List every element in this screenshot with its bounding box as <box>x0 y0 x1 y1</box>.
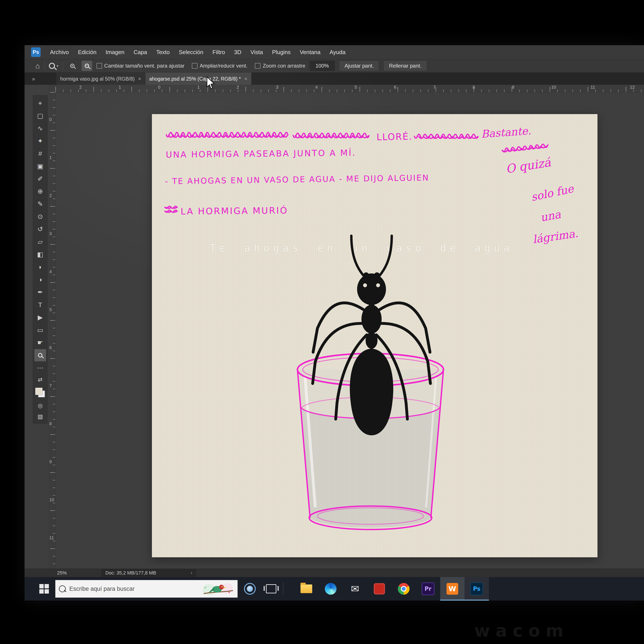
healing-brush-tool[interactable]: ⊕ <box>34 185 46 198</box>
blur-tool[interactable]: ◗ <box>34 261 46 273</box>
menu-item[interactable]: Plugins <box>267 45 295 59</box>
file-explorer-icon <box>300 584 312 593</box>
menu-item[interactable]: Capa <box>129 45 152 59</box>
menu-item[interactable]: Vista <box>246 45 267 59</box>
search-highlight-bird-image[interactable] <box>201 581 234 597</box>
menu-item[interactable]: Ventana <box>295 45 325 59</box>
eyedropper-tool[interactable]: ✐ <box>34 173 46 185</box>
search-input[interactable] <box>69 585 198 593</box>
tab-hormiga-vaso[interactable]: hormiga vaso.jpg al 50% (RGB/8) × <box>56 73 145 85</box>
path-selection-tool[interactable]: ▶ <box>34 311 46 324</box>
scrubby-zoom-checkbox[interactable]: Zoom con arrastre <box>255 63 305 69</box>
rectangle-tool[interactable]: ▭ <box>34 324 46 336</box>
brush-tool[interactable]: ✎ <box>34 198 46 210</box>
tab-close-icon[interactable]: × <box>244 76 247 82</box>
tab-close-icon[interactable]: × <box>138 76 141 82</box>
status-chevron-icon[interactable]: › <box>191 570 192 576</box>
current-tool-zoom-preview[interactable]: ▾ <box>49 63 58 69</box>
menu-item[interactable]: Ayuda <box>325 45 350 59</box>
checkbox-box[interactable] <box>96 63 102 69</box>
swap-colors-icon[interactable]: ⇄ <box>34 374 46 385</box>
ruler-number: 9 <box>511 85 550 90</box>
menu-item[interactable]: Archivo <box>45 45 73 59</box>
home-icon[interactable]: ⌂ <box>35 62 40 70</box>
premiere-icon: Pr <box>422 583 434 595</box>
menu-item[interactable]: Edición <box>73 45 101 59</box>
zoom-out-button[interactable]: − <box>82 61 92 71</box>
tool-options-bar: ⌂ ▾ + − Cambiar tamaño vent. para ajusta… <box>25 59 644 73</box>
premiere-button[interactable]: Pr <box>416 577 440 601</box>
cortana-icon <box>244 583 256 595</box>
crop-tool[interactable]: # <box>34 148 46 160</box>
ruler-vertical: 01234567891011 <box>48 92 56 569</box>
zoom-resize-windows-checkbox[interactable]: Ampliar/reducir vent. <box>192 63 247 69</box>
screen-mode-icon[interactable]: ▧ <box>34 411 46 422</box>
menu-item[interactable]: Filtro <box>208 45 230 59</box>
panel-collapse-chevrons[interactable]: » <box>25 73 56 85</box>
clone-stamp-tool[interactable]: ⊙ <box>34 211 46 223</box>
foreground-color-swatch[interactable] <box>35 388 42 395</box>
marquee-tool[interactable]: ▢ <box>34 110 46 122</box>
eraser-tool[interactable]: ▱ <box>34 236 46 248</box>
ruler-number: 6 <box>48 345 55 383</box>
ruler-number: 5 <box>48 307 55 345</box>
zoom-tool[interactable] <box>34 349 46 361</box>
status-zoom-level[interactable]: 25% <box>57 570 77 576</box>
task-view-icon <box>266 584 276 593</box>
start-button[interactable] <box>34 577 54 601</box>
zoom-percent-field[interactable]: 100% <box>310 61 335 71</box>
resize-windows-checkbox[interactable]: Cambiar tamaño vent. para ajustar <box>96 63 185 69</box>
quick-mask-icon[interactable]: ◎ <box>34 400 46 411</box>
status-doc-size[interactable]: Doc: 35,2 MB/177,8 MB › <box>102 569 196 577</box>
red-app-button[interactable] <box>367 577 392 601</box>
zoom-in-button[interactable]: + <box>67 61 77 71</box>
chrome-button[interactable] <box>392 577 416 601</box>
ruler-corner <box>48 85 56 92</box>
fill-screen-button[interactable]: Rellenar pant. <box>383 61 427 71</box>
document-tab-bar: » hormiga vaso.jpg al 50% (RGB/8) × ahog… <box>25 73 644 85</box>
ruler-number: 0 <box>48 117 55 155</box>
frame-tool[interactable]: ▣ <box>34 160 46 172</box>
document-canvas[interactable]: LLORÉ. Bastante. UNA HORMIGA PASEABA JUN… <box>152 114 598 557</box>
cortana-button[interactable] <box>243 582 256 595</box>
photoshop-button[interactable]: Ps <box>465 577 489 601</box>
ruler-number: 9 <box>48 459 55 497</box>
quick-selection-tool[interactable]: ✦ <box>34 135 46 147</box>
tools-panel: ⌖ ▢ ∿ ✦ <box>33 95 48 424</box>
hand-tool[interactable]: ☛ <box>34 337 46 349</box>
checkbox-box[interactable] <box>255 63 261 69</box>
wattpad-button[interactable]: W <box>440 577 465 601</box>
gradient-tool[interactable]: ◧ <box>34 248 46 261</box>
ruler-number: 3 <box>48 231 55 269</box>
move-tool[interactable]: ⌖ <box>34 97 46 109</box>
task-view-button[interactable] <box>265 583 277 595</box>
type-tool[interactable]: T <box>34 299 46 311</box>
menu-item[interactable]: Texto <box>152 45 174 59</box>
checkbox-box[interactable] <box>192 63 198 69</box>
ruler-horizontal: 210123456789101112 <box>55 85 644 92</box>
edge-button[interactable] <box>319 577 343 601</box>
menu-bar: Ps ArchivoEdiciónImagenCapaTextoSelecció… <box>25 45 644 59</box>
dodge-tool[interactable]: ◑ <box>34 274 46 286</box>
color-swatches[interactable] <box>35 387 45 398</box>
mouse-cursor <box>206 76 216 90</box>
ruler-number: 10 <box>550 85 589 90</box>
ruler-number: 8 <box>48 421 55 459</box>
zoom-out-icon: − <box>85 64 89 68</box>
history-brush-tool[interactable]: ↺ <box>34 223 46 235</box>
pen-tool[interactable]: ✒ <box>34 286 46 298</box>
edit-toolbar-button[interactable]: ⋯ <box>34 362 46 374</box>
mail-button[interactable]: ✉ <box>343 577 367 601</box>
edge-icon <box>325 583 337 595</box>
tab-ahogarse[interactable]: ahogarse.psd al 25% (Capa 22, RGB/8) * × <box>145 73 252 85</box>
photoshop-logo[interactable]: Ps <box>31 47 41 57</box>
menu-item[interactable]: Imagen <box>101 45 129 59</box>
taskbar-search-box[interactable] <box>55 580 238 598</box>
red-app-icon <box>374 583 385 594</box>
menu-item[interactable]: 3D <box>230 45 246 59</box>
fit-screen-button[interactable]: Ajustar pant. <box>339 61 379 71</box>
menu-item[interactable]: Selección <box>174 45 208 59</box>
lasso-tool[interactable]: ∿ <box>34 122 46 134</box>
ruler-number: 2 <box>78 85 117 90</box>
file-explorer-button[interactable] <box>294 577 319 601</box>
